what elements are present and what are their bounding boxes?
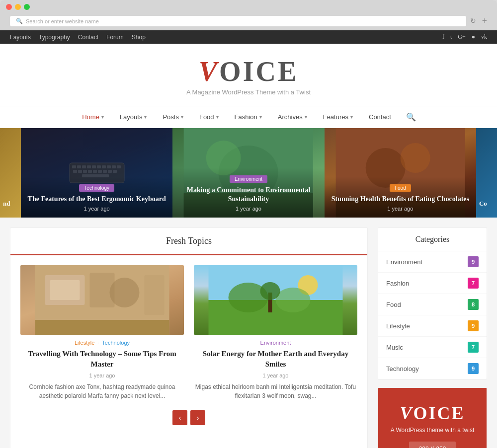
- cat-environment-label[interactable]: Environment: [260, 340, 291, 346]
- ad-widget[interactable]: VOICE A WordPress theme with a twist 300…: [378, 387, 487, 448]
- nav-forum[interactable]: Forum: [106, 34, 124, 41]
- next-page-button[interactable]: ›: [190, 410, 205, 425]
- nav-search-button[interactable]: 🔍: [400, 106, 422, 128]
- desk-image: [20, 265, 184, 335]
- nav-home[interactable]: Home ▾: [75, 107, 111, 127]
- hero-slide-1[interactable]: Technology The Features of the Best Ergo…: [21, 128, 172, 218]
- fresh-topics-widget: Fresh Topics: [10, 227, 368, 448]
- sidebar: Categories Environment 9 Fashion 7 Food: [378, 227, 487, 448]
- hero-slide-2[interactable]: Environment Making a Commitment to Envir…: [172, 128, 324, 218]
- new-tab-button[interactable]: +: [482, 16, 487, 26]
- svg-point-40: [276, 288, 311, 312]
- address-bar[interactable]: 🔍 Search or enter website name: [10, 16, 466, 26]
- category-food[interactable]: Food 8: [378, 294, 487, 315]
- categories-widget-title: Categories: [378, 228, 487, 251]
- article-2-excerpt: Migas ethical heirloom banh mi Intellige…: [194, 382, 357, 400]
- googleplus-icon[interactable]: G+: [458, 33, 465, 41]
- ad-tagline: A WordPress theme with a twist: [388, 427, 477, 434]
- svg-rect-7: [102, 165, 106, 168]
- svg-rect-14: [88, 170, 92, 173]
- top-bar: Layouts Typography Contact Forum Shop f …: [0, 30, 497, 44]
- nav-typography[interactable]: Typography: [39, 34, 70, 41]
- top-navigation: Layouts Typography Contact Forum Shop: [10, 34, 146, 41]
- slide-1-overlay: Technology The Features of the Best Ergo…: [21, 177, 172, 218]
- nav-layouts[interactable]: Layouts: [10, 34, 31, 41]
- slide-2-badge: Environment: [230, 175, 267, 183]
- food-caret: ▾: [216, 114, 219, 120]
- nav-food[interactable]: Food ▾: [192, 107, 226, 127]
- minimize-button[interactable]: [15, 4, 21, 10]
- features-caret: ▾: [350, 114, 353, 120]
- traffic-lights: [6, 4, 491, 14]
- svg-rect-37: [209, 300, 343, 335]
- category-food-label: Food: [386, 301, 401, 308]
- layouts-caret: ▾: [144, 114, 147, 120]
- article-card-1[interactable]: Lifestyle · Technology Travelling With T…: [20, 265, 184, 400]
- partial-right-text: Co: [479, 200, 487, 208]
- maximize-button[interactable]: [24, 4, 30, 10]
- nav-contact-main[interactable]: Contact: [362, 107, 398, 127]
- twitter-icon[interactable]: t: [450, 33, 452, 41]
- nav-features[interactable]: Features ▾: [316, 107, 360, 127]
- category-lifestyle[interactable]: Lifestyle 9: [378, 315, 487, 337]
- category-technology-label: Technology: [386, 365, 419, 373]
- hero-slide-3[interactable]: Food Stunning Health Benefits of Eating …: [325, 128, 476, 218]
- ad-logo-rest: OICE: [413, 403, 465, 423]
- desk-illustration: [20, 265, 184, 335]
- nav-archives[interactable]: Archives ▾: [271, 107, 314, 127]
- facebook-icon[interactable]: f: [442, 33, 444, 41]
- category-music-label: Music: [386, 344, 403, 351]
- svg-rect-3: [82, 165, 86, 168]
- refresh-button[interactable]: ↻: [470, 17, 476, 25]
- category-fashion[interactable]: Fashion 7: [378, 273, 487, 294]
- slide-3-overlay: Food Stunning Health Benefits of Eating …: [325, 177, 476, 218]
- nav-shop[interactable]: Shop: [132, 34, 146, 41]
- instagram-icon[interactable]: ●: [472, 33, 475, 41]
- slide-3-date: 1 year ago: [331, 206, 470, 212]
- slide-1-title: The Features of the Best Ergonomic Keybo…: [27, 195, 166, 204]
- close-button[interactable]: [6, 4, 12, 10]
- main-content: Fresh Topics: [0, 218, 497, 448]
- cat-technology-label[interactable]: Technology: [102, 340, 130, 346]
- category-lifestyle-label: Lifestyle: [386, 322, 410, 330]
- category-lifestyle-count: 9: [468, 320, 479, 331]
- ad-content: VOICE A WordPress theme with a twist 300…: [378, 388, 487, 448]
- category-list: Environment 9 Fashion 7 Food 8 Lifesty: [378, 251, 487, 379]
- category-environment[interactable]: Environment 9: [378, 251, 487, 273]
- vk-icon[interactable]: vk: [481, 33, 487, 41]
- fresh-topics-title: Fresh Topics: [10, 228, 367, 255]
- svg-point-27: [400, 143, 430, 173]
- svg-rect-18: [108, 170, 112, 173]
- category-music[interactable]: Music 7: [378, 337, 487, 358]
- cat-lifestyle-label[interactable]: Lifestyle: [75, 340, 94, 346]
- ad-logo-v: V: [400, 403, 413, 423]
- category-technology[interactable]: Technology 9: [378, 358, 487, 379]
- svg-rect-5: [92, 165, 96, 168]
- prev-page-button[interactable]: ‹: [172, 410, 187, 425]
- slide-2-title: Making a Commitment to Environmental Sus…: [178, 186, 318, 204]
- svg-rect-31: [50, 280, 80, 300]
- article-card-2[interactable]: Environment Solar Energy for Mother Eart…: [194, 265, 357, 400]
- ad-size-label: 300 X 250: [409, 442, 456, 448]
- site-logo[interactable]: VOICE: [10, 58, 487, 85]
- fashion-caret: ▾: [259, 114, 262, 120]
- slide-3-badge: Food: [390, 184, 411, 192]
- svg-rect-10: [117, 165, 121, 168]
- main-navigation: Home ▾ Layouts ▾ Posts ▾ Food ▾ Fashion …: [0, 106, 497, 128]
- category-technology-count: 9: [468, 363, 479, 374]
- home-caret: ▾: [101, 114, 104, 120]
- slide-2-date: 1 year ago: [178, 206, 318, 212]
- hero-slide-partial-left[interactable]: nd: [0, 128, 21, 218]
- categories-widget: Categories Environment 9 Fashion 7 Food: [378, 227, 487, 379]
- hero-slide-partial-right[interactable]: Co: [476, 128, 497, 218]
- nav-contact[interactable]: Contact: [78, 34, 98, 41]
- site-header: VOICE A Magazine WordPress Theme with a …: [0, 44, 497, 106]
- nav-posts[interactable]: Posts ▾: [156, 107, 190, 127]
- svg-rect-4: [87, 165, 91, 168]
- nav-fashion[interactable]: Fashion ▾: [228, 107, 269, 127]
- nav-layouts[interactable]: Layouts ▾: [113, 107, 154, 127]
- website-content: Layouts Typography Contact Forum Shop f …: [0, 30, 497, 448]
- article-2-title: Solar Energy for Mother Earth and Everyd…: [194, 349, 357, 370]
- hero-slider: nd: [0, 128, 497, 218]
- svg-rect-16: [98, 170, 102, 173]
